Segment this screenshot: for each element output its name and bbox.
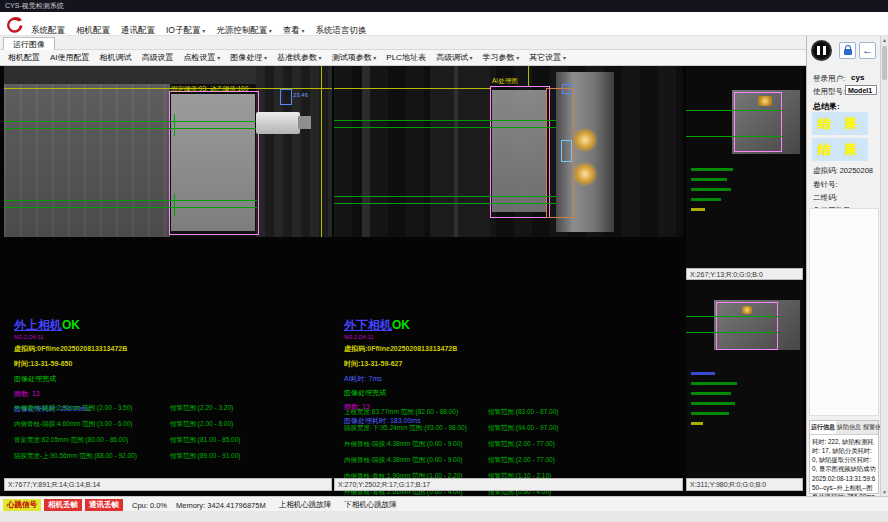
overlay-measure-value: 23.46 <box>293 92 308 98</box>
app-window: CYS-视觉检测系统 系统配置 相机配置 通讯配置 IO子配置 光源控制配置 查… <box>0 0 888 522</box>
alarm-range: 报警范围:(94.00 - 97.00) <box>488 424 558 433</box>
model-input[interactable]: Model1 <box>845 85 877 95</box>
measure-line <box>686 136 782 137</box>
alarm-range: 报警范围:(2.00 - 77.00) <box>488 456 555 465</box>
tiny-result-text <box>691 168 733 171</box>
camera-right-top-image[interactable] <box>686 66 803 268</box>
app-logo-icon <box>4 14 25 35</box>
measure-line <box>4 128 257 129</box>
tiny-result-text <box>691 188 731 191</box>
camera-mid-time: 时间:13-31-59-627 <box>344 359 457 369</box>
camera-left-image[interactable]: 23.46 固定阈值:93, 动态阈值:100 <box>4 66 332 237</box>
camera-left-results: 外上相机OK NG:2,OK:11 虚拟码:0Ffline20250208133… <box>14 315 127 414</box>
scroll-up-arrow-icon[interactable]: ▲ <box>881 37 888 43</box>
measure-line <box>334 203 556 204</box>
tiny-result-text <box>691 198 721 201</box>
tiny-ok-text <box>691 422 703 425</box>
camera-left-code: 虚拟码:0Ffline2025020813313472B <box>14 344 127 354</box>
tiny-result-text <box>691 412 729 415</box>
stats-tab-run-info[interactable]: 运行信息 <box>810 421 836 434</box>
result-box-lower: 结 果 <box>812 138 868 161</box>
tool-camera-config[interactable]: 相机配置 <box>8 52 40 63</box>
stats-log-text: 耗时: 222, 缺陷检测耗时: 17, 缺陷分类耗时: 0, 缺陷提取分区耗时… <box>810 435 878 503</box>
tool-spotcheck-settings[interactable]: 点检设置 <box>184 52 221 63</box>
scrollbar-thumb[interactable] <box>882 46 887 80</box>
measure-row: 外侧骨枝-隔膜:2.91mm 范围:(2.00 - 3.50) <box>14 404 132 413</box>
camera-frameloss-badge: 相机丢帧 <box>44 499 82 511</box>
status-badges: 心跳信号 相机丢帧 通讯丢帧 Cpu: 0.0% Memory: 3424.41… <box>3 499 397 511</box>
cpu-usage-text: Cpu: 0.0% <box>132 501 167 510</box>
result-box-upper: 结 果 <box>812 112 868 135</box>
alarm-range: 报警范围:(2.00 - 8.00) <box>170 420 233 429</box>
right-sidebar: ← 登录用户: cys 使用型号: Model1 总结果: 结 果 结 果 虚拟… <box>806 36 880 496</box>
measure-line <box>334 120 556 121</box>
measure-line <box>334 196 556 197</box>
camera-right-bottom-image[interactable] <box>686 280 803 478</box>
tool-baseline-params[interactable]: 基准线参数 <box>277 52 322 63</box>
alarm-range: 报警范围:(2.20 - 3.20) <box>170 404 233 413</box>
tool-camera-debug[interactable]: 相机调试 <box>100 52 132 63</box>
measure-line <box>334 127 556 128</box>
exit-back-button[interactable]: ← <box>859 42 876 59</box>
tool-test-params[interactable]: 测试项参数 <box>332 52 377 63</box>
measure-line <box>686 110 782 111</box>
yellow-guide-tick <box>528 66 529 86</box>
lock-user-button[interactable] <box>839 42 856 59</box>
measure-row: 隔膜宽度-上:90.56mm 范围:(88.00 - 92.00) <box>14 452 137 461</box>
measure-line <box>686 316 778 317</box>
needle-no-label: 卷针号: <box>813 180 838 190</box>
qr-code-label: 二维码: <box>813 193 838 203</box>
camera-left-sub: NG:2,OK:11 <box>14 334 127 340</box>
tool-ai-use-config[interactable]: AI使用配置 <box>50 52 90 63</box>
camera-right-bottom-coords: X:311;Y:980;R:0;G:0;B:0 <box>686 478 803 491</box>
camera-left-title: 外上相机 <box>14 318 62 332</box>
stats-tabs: 运行信息 缺陷信息 报警信息 <box>810 421 878 435</box>
measure-tick <box>174 194 175 216</box>
measure-row: 上枝宽度:83.77mm 范围:(82.00 - 88.00) <box>344 408 458 417</box>
sidebar-scrollbar[interactable]: ▲ ▼ <box>880 36 888 496</box>
camera-mid-code: 虚拟码:0Ffline2025020813313472B <box>344 344 457 354</box>
roi-rect-pink <box>169 91 259 235</box>
camera-mid-title: 外下相机 <box>344 318 392 332</box>
camera-left-time: 时间:13-31-59-650 <box>14 359 127 369</box>
virtual-code-label: 虚拟码: 20250208 <box>813 166 873 176</box>
tiny-ok-text <box>691 208 705 211</box>
lock-icon <box>844 49 852 55</box>
scroll-down-arrow-icon[interactable]: ▼ <box>881 489 888 495</box>
tool-image-processing[interactable]: 图像处理 <box>230 52 267 63</box>
tool-plc-address-table[interactable]: PLC地址表 <box>386 52 426 63</box>
measure-line <box>4 200 257 201</box>
memory-usage-text: Memory: 3424.41796875M <box>176 501 266 510</box>
result-list-area[interactable] <box>809 208 879 416</box>
camera-left-coords: X:7677;Y:891;R:14;G:14;B:14 <box>4 478 332 491</box>
status-bar: 心跳信号 相机丢帧 通讯丢帧 Cpu: 0.0% Memory: 3424.41… <box>0 496 888 522</box>
tab-run-image[interactable]: 运行图像 <box>3 37 55 51</box>
tool-learning-params[interactable]: 学习参数 <box>483 52 520 63</box>
tiny-result-text <box>691 382 737 385</box>
toolbar: 相机配置 AI使用配置 相机调试 高级设置 点检设置 图像处理 基准线参数 测试… <box>0 50 888 66</box>
tool-advanced-debug[interactable]: 高级调试 <box>436 52 473 63</box>
heartbeat-badge: 心跳信号 <box>3 499 41 511</box>
camera-mid-done: 图像处理完成 <box>344 388 457 398</box>
camera-mid-image[interactable]: AI处理图 <box>334 66 683 237</box>
measure-row: 内侧骨枝-隔膜:4.60mm 范围:(3.00 - 6.00) <box>14 420 132 429</box>
ai-image-label: AI处理图 <box>492 77 518 86</box>
camera-right-top-coords: X:267;Y:13;R:0;G:0;B:0 <box>686 268 803 280</box>
tab-glow <box>742 306 752 314</box>
camera-mid-status: OK <box>392 318 410 332</box>
pause-button[interactable] <box>811 40 832 61</box>
machine-column <box>454 66 458 237</box>
tool-advanced-settings[interactable]: 高级设置 <box>142 52 174 63</box>
result-text-upper: 结 果 <box>818 115 863 133</box>
stats-tab-defect-info[interactable]: 缺陷信息 <box>836 421 862 434</box>
machine-surface <box>4 84 170 237</box>
tool-other-settings[interactable]: 其它设置 <box>529 52 566 63</box>
measure-row: 隔膜宽度-下:95.24mm 范围:(93.00 - 98.00) <box>344 424 467 433</box>
tab-glow <box>572 162 598 186</box>
camera-mid-ai-time: AI耗时: 7ms <box>344 374 457 384</box>
window-titlebar: CYS-视觉检测系统 <box>0 0 888 12</box>
tiny-result-text <box>691 178 727 181</box>
measure-row: 内侧骨枝-隔膜:4.38mm 范围:(0.00 - 9.00) <box>344 456 462 465</box>
yellow-guide-line-v <box>321 66 322 237</box>
alarm-range: 报警范围:(81.00 - 85.00) <box>170 436 240 445</box>
